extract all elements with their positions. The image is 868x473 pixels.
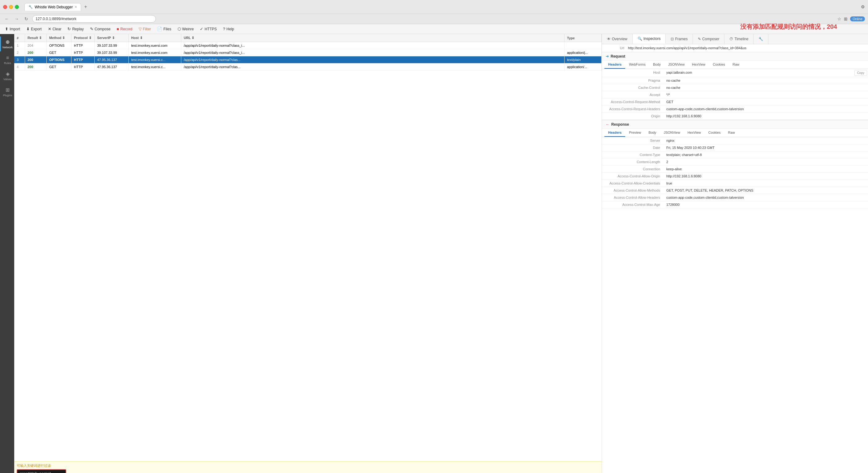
- td-result: 200: [25, 49, 47, 56]
- td-url: /app/api/v1/report/daily-normal?clas...: [181, 63, 564, 70]
- res-tab-body[interactable]: Body: [645, 129, 660, 137]
- annotation-text: 没有添加匹配规则访问的情况，204: [740, 23, 837, 31]
- header-key: Access-Control-Request-Method: [602, 98, 664, 105]
- replay-button[interactable]: ↻ Replay: [65, 25, 86, 32]
- copy-button[interactable]: Copy: [855, 70, 867, 76]
- browser-toolbar-icons: ⚙: [861, 4, 865, 9]
- extensions-icon2[interactable]: ⊞: [844, 17, 847, 21]
- import-icon: ⬆: [5, 27, 8, 31]
- replay-icon: ↻: [67, 27, 71, 31]
- td-url: /app/api/v1/report/daily-normal?class_i.…: [181, 42, 564, 49]
- request-section-header: ➜ Request: [602, 52, 868, 61]
- header-key: Accept: [602, 91, 664, 98]
- th-host[interactable]: Host ⇕: [129, 34, 181, 42]
- table-row[interactable]: 3 200 OPTIONS HTTP 47.95.36.137 test.imo…: [14, 56, 602, 63]
- res-tab-jsonview[interactable]: JSONView: [660, 129, 684, 137]
- header-val: GET: [664, 98, 868, 105]
- res-tab-raw[interactable]: Raw: [724, 129, 739, 137]
- th-type[interactable]: Type: [564, 34, 602, 42]
- files-button[interactable]: 📄 Files: [155, 25, 174, 32]
- url-value: http://test.imonkey.xuersi.com/app/api/v…: [628, 46, 864, 50]
- weinre-label: Weinre: [182, 27, 194, 31]
- req-tab-hexview[interactable]: HexView: [688, 61, 709, 69]
- active-tab[interactable]: 🔧 Whistle Web Debugger ✕: [25, 3, 81, 11]
- network-label: Network: [2, 46, 13, 49]
- tab-composer[interactable]: ✎ Composer: [693, 34, 724, 44]
- export-button[interactable]: ⬇ Export: [24, 25, 44, 32]
- https-label: HTTPS: [205, 27, 217, 31]
- tab-close-button[interactable]: ✕: [74, 5, 77, 9]
- extensions-icon[interactable]: ⚙: [861, 4, 865, 9]
- clear-icon: ✕: [48, 27, 51, 31]
- minimize-window-button[interactable]: [9, 5, 13, 9]
- th-method[interactable]: Method ⇕: [47, 34, 71, 42]
- th-url[interactable]: URL ⇕: [181, 34, 564, 42]
- values-label: Values: [3, 78, 12, 81]
- req-tab-headers[interactable]: Headers: [604, 61, 625, 69]
- td-result: 200: [25, 63, 47, 70]
- req-tab-cookies[interactable]: Cookies: [709, 61, 729, 69]
- tab-overview[interactable]: 👁 Overview: [602, 34, 632, 44]
- timeline-label: Timeline: [734, 37, 748, 41]
- export-label: Export: [31, 27, 42, 31]
- clear-label: Clear: [53, 27, 62, 31]
- sidebar-item-plugins[interactable]: ⊞ Plugins: [0, 85, 14, 99]
- files-icon: 📄: [157, 27, 162, 31]
- req-tab-raw[interactable]: Raw: [729, 61, 743, 69]
- help-button[interactable]: ? Help: [221, 25, 237, 32]
- plugins-icon: ⊞: [6, 87, 9, 93]
- close-window-button[interactable]: [3, 5, 7, 9]
- tab-inspectors[interactable]: 🔍 Inspectors: [632, 34, 666, 44]
- reload-button[interactable]: ↻: [23, 16, 30, 22]
- response-header-row: Content-Type text/plain; charset=utf-8: [602, 151, 868, 158]
- browser-chrome: 🔧 Whistle Web Debugger ✕ + ⚙ ← → ↻ ☆ ⊞ O…: [0, 0, 868, 24]
- composer-label: Composer: [702, 37, 719, 41]
- maximize-window-button[interactable]: [15, 5, 19, 9]
- https-button[interactable]: ✓ HTTPS: [197, 25, 219, 32]
- response-header-row: Access-Control-Max-Age 1728000: [602, 201, 868, 208]
- filter-input[interactable]: [17, 469, 66, 473]
- req-tab-body[interactable]: Body: [649, 61, 664, 69]
- record-button[interactable]: ■ Record: [114, 25, 135, 32]
- req-tab-webforms[interactable]: WebForms: [625, 61, 649, 69]
- help-label: Help: [226, 27, 234, 31]
- res-tab-preview[interactable]: Preview: [625, 129, 645, 137]
- tab-frames[interactable]: ⊡ Frames: [666, 34, 693, 44]
- header-val: text/plain; charset=utf-8: [664, 151, 868, 158]
- request-sub-tabs: Headers WebForms Body JSONView HexView C…: [602, 61, 868, 69]
- table-row[interactable]: 4 200 GET HTTP 47.95.36.137 test.imonkey…: [14, 63, 602, 70]
- table-row[interactable]: 1 204 OPTIONS HTTP 39.107.33.99 test.imo…: [14, 42, 602, 49]
- filter-button[interactable]: ▽ Filter: [136, 25, 154, 32]
- header-val: yapi.talbrain.com: [664, 69, 854, 76]
- import-button[interactable]: ⬆ Import: [2, 25, 23, 32]
- settings-icon: 🔧: [758, 37, 763, 41]
- td-host: test.imonkey.xuersi.c...: [129, 56, 181, 63]
- td-method: OPTIONS: [47, 56, 71, 63]
- forward-button[interactable]: →: [13, 16, 21, 22]
- th-result[interactable]: Result ⇕: [25, 34, 47, 42]
- tab-timeline[interactable]: ⏱ Timeline: [724, 34, 753, 44]
- res-tab-hexview[interactable]: HexView: [684, 129, 705, 137]
- bookmark-icon[interactable]: ☆: [837, 17, 841, 21]
- export-icon: ⬇: [26, 27, 30, 31]
- new-tab-button[interactable]: +: [81, 2, 90, 11]
- sidebar-item-rules[interactable]: ≡ Rules: [0, 53, 14, 67]
- header-key: Host: [602, 69, 664, 76]
- clear-button[interactable]: ✕ Clear: [45, 25, 64, 32]
- request-header-row: Pragma no-cache: [602, 77, 868, 84]
- address-input[interactable]: [32, 15, 156, 23]
- td-host: test.imonkey.xuersi.com: [129, 49, 181, 56]
- sidebar-item-network[interactable]: ⊕ Network: [0, 36, 14, 51]
- filter-input-wrap: [17, 469, 599, 473]
- req-tab-jsonview[interactable]: JSONView: [664, 61, 688, 69]
- res-tab-headers[interactable]: Headers: [604, 129, 625, 137]
- compose-button[interactable]: ✎ Compose: [88, 25, 113, 32]
- sidebar-item-values[interactable]: ◈ Values: [0, 68, 14, 83]
- th-protocol[interactable]: Protocol ⇕: [71, 34, 95, 42]
- back-button[interactable]: ←: [3, 16, 10, 22]
- th-serverip[interactable]: ServerIP ⇕: [95, 34, 129, 42]
- res-tab-cookies[interactable]: Cookies: [705, 129, 724, 137]
- table-row[interactable]: 2 200 GET HTTP 39.107.33.99 test.imonkey…: [14, 49, 602, 56]
- tab-settings[interactable]: 🔧: [753, 34, 768, 44]
- weinre-button[interactable]: ⬡ Weinre: [175, 25, 196, 32]
